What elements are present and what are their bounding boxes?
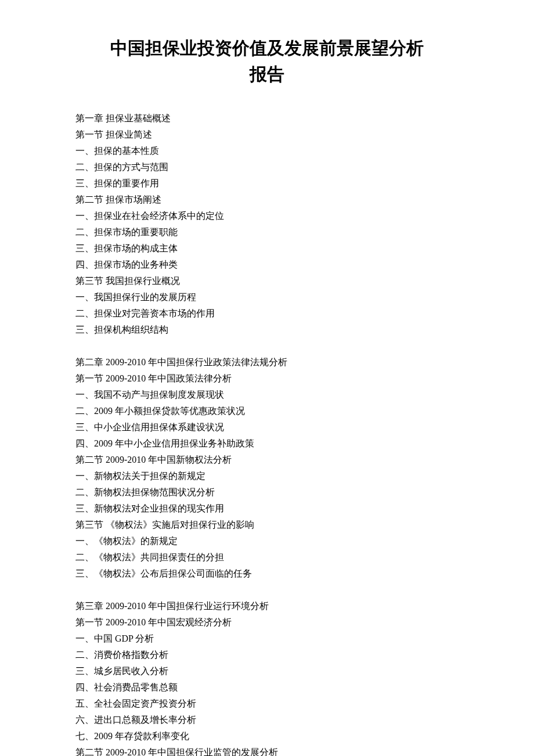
title-line-1: 中国担保业投资价值及发展前景展望分析 [75,35,459,61]
toc-line: 一、《物权法》的新规定 [75,533,459,549]
toc-line: 三、中小企业信用担保体系建设状况 [75,419,459,435]
toc-line: 第一节 2009-2010 年中国宏观经济分析 [75,614,459,631]
toc-line: 第二节 2009-2010 年中国担保行业监管的发展分析 [75,744,459,756]
toc-line: 第一节 担保业简述 [75,127,459,143]
section-gap [75,582,459,598]
toc-line: 第三节 《物权法》实施后对担保行业的影响 [75,517,459,533]
toc-line: 第二章 2009-2010 年中国担保行业政策法律法规分析 [75,354,459,370]
toc-line: 三、《物权法》公布后担保公司面临的任务 [75,566,459,582]
section-gap [75,338,459,354]
toc-line: 四、2009 年中小企业信用担保业务补助政策 [75,435,459,452]
toc-line: 六、进出口总额及增长率分析 [75,712,459,728]
toc-line: 四、社会消费品零售总额 [75,679,459,696]
toc-line: 三、担保的重要作用 [75,175,459,192]
toc-line: 三、担保市场的构成主体 [75,240,459,257]
toc-line: 三、担保机构组织结构 [75,322,459,338]
toc-line: 四、担保市场的业务种类 [75,257,459,273]
toc-line: 五、全社会固定资产投资分析 [75,696,459,712]
toc-line: 一、我国担保行业的发展历程 [75,289,459,305]
toc-line: 第一章 担保业基础概述 [75,110,459,127]
toc-line: 七、2009 年存贷款利率变化 [75,728,459,744]
toc-line: 三、新物权法对企业担保的现实作用 [75,501,459,517]
toc-line: 第二节 担保市场阐述 [75,192,459,208]
toc-line: 二、《物权法》共同担保责任的分担 [75,549,459,566]
toc-line: 二、担保市场的重要职能 [75,224,459,240]
toc-line: 二、新物权法担保物范围状况分析 [75,484,459,501]
toc-line: 二、消费价格指数分析 [75,647,459,663]
toc-line: 第一节 2009-2010 年中国政策法律分析 [75,370,459,387]
title-line-2: 报告 [75,61,459,87]
toc-line: 第三节 我国担保行业概况 [75,273,459,289]
toc-line: 二、2009 年小额担保贷款等优惠政策状况 [75,403,459,419]
toc-line: 一、新物权法关于担保的新规定 [75,468,459,484]
toc-line: 第二节 2009-2010 年中国新物权法分析 [75,452,459,468]
table-of-contents: 第一章 担保业基础概述第一节 担保业简述一、担保的基本性质二、担保的方式与范围三… [75,110,459,756]
toc-line: 三、城乡居民收入分析 [75,663,459,679]
toc-line: 二、担保业对完善资本市场的作用 [75,305,459,322]
toc-line: 第三章 2009-2010 年中国担保行业运行环境分析 [75,598,459,614]
toc-line: 一、我国不动产与担保制度发展现状 [75,387,459,403]
toc-line: 二、担保的方式与范围 [75,159,459,175]
toc-line: 一、担保的基本性质 [75,143,459,159]
toc-line: 一、中国 GDP 分析 [75,631,459,647]
document-title: 中国担保业投资价值及发展前景展望分析 报告 [75,35,459,87]
toc-line: 一、担保业在社会经济体系中的定位 [75,208,459,224]
